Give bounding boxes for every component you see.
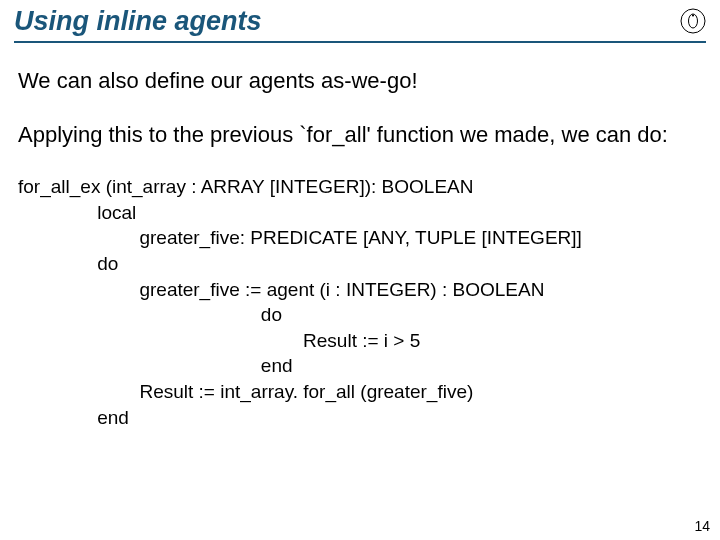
- paragraph-2: Applying this to the previous `for_all' …: [18, 121, 702, 149]
- page-number: 14: [694, 518, 710, 534]
- code-agent-assign: greater_five := agent (i : INTEGER) : BO…: [139, 279, 544, 300]
- paragraph-1: We can also define our agents as-we-go!: [18, 67, 702, 95]
- eiffel-logo-icon: [680, 8, 706, 34]
- code-signature: for_all_ex (int_array : ARRAY [INTEGER])…: [18, 176, 473, 197]
- code-local-decl: greater_five: PREDICATE [ANY, TUPLE [INT…: [139, 227, 581, 248]
- para2-pre: Applying this to the previous `: [18, 122, 307, 147]
- code-inner-do: do: [261, 304, 282, 325]
- title-bar: Using inline agents: [0, 0, 720, 39]
- code-do-kw: do: [97, 253, 118, 274]
- code-local-kw: local: [97, 202, 136, 223]
- code-result-line: Result := int_array. for_all (greater_fi…: [139, 381, 473, 402]
- slide-body: We can also define our agents as-we-go! …: [0, 43, 720, 148]
- svg-point-2: [692, 14, 694, 16]
- code-inner-body: Result := i > 5: [303, 330, 420, 351]
- slide: Using inline agents We can also define o…: [0, 0, 720, 540]
- code-end-kw: end: [97, 407, 129, 428]
- svg-point-0: [681, 9, 705, 33]
- code-inner-end: end: [261, 355, 293, 376]
- slide-title: Using inline agents: [14, 6, 262, 36]
- para2-post: ' function we made, we can do:: [367, 122, 668, 147]
- code-block: for_all_ex (int_array : ARRAY [INTEGER])…: [0, 174, 720, 430]
- for-all-ref: for_all: [307, 122, 367, 147]
